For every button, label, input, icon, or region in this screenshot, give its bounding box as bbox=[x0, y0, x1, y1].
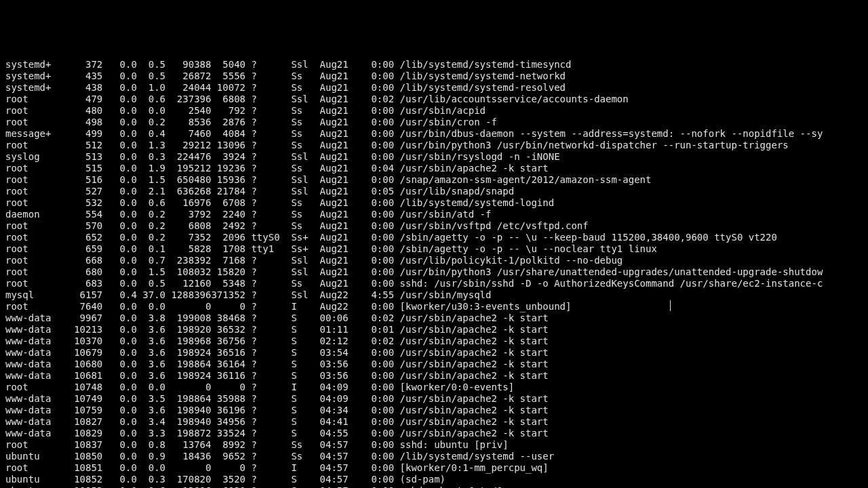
process-row: root 10851 0.0 0.0 0 0 ? I 04:57 0:00 [k… bbox=[5, 462, 868, 474]
process-row: root 479 0.0 0.6 237396 6808 ? Ssl Aug21… bbox=[5, 94, 868, 105]
process-row: www-data 10759 0.0 3.6 198940 36196 ? S … bbox=[5, 405, 868, 416]
process-row: root 570 0.0 0.2 6808 2492 ? Ss Aug21 0:… bbox=[5, 220, 868, 232]
terminal-output[interactable]: systemd+ 372 0.0 0.5 90388 5040 ? Ssl Au… bbox=[0, 58, 868, 488]
process-row: root 668 0.0 0.7 238392 7168 ? Ssl Aug21… bbox=[5, 255, 868, 266]
process-row: ubuntu 10852 0.0 0.3 170820 3520 ? S 04:… bbox=[5, 474, 868, 485]
process-row: www-data 10681 0.0 3.6 198924 36116 ? S … bbox=[5, 370, 868, 382]
process-row: systemd+ 435 0.0 0.5 26872 5556 ? Ss Aug… bbox=[5, 70, 868, 82]
process-row: www-data 10749 0.0 3.5 198864 35988 ? S … bbox=[5, 393, 868, 405]
process-row: root 516 0.0 1.5 650480 15936 ? Ssl Aug2… bbox=[5, 174, 868, 186]
process-row: ubuntu 10850 0.0 0.9 18436 9652 ? Ss 04:… bbox=[5, 451, 868, 462]
process-row: root 532 0.0 0.6 16976 6708 ? Ss Aug21 0… bbox=[5, 197, 868, 209]
process-row: root 515 0.0 1.9 195212 19236 ? Ss Aug21… bbox=[5, 163, 868, 174]
process-row: root 7640 0.0 0.0 0 0 ? I Aug22 0:00 [kw… bbox=[5, 301, 868, 312]
process-row: systemd+ 438 0.0 1.0 24044 10072 ? Ss Au… bbox=[5, 82, 868, 94]
process-row: daemon 554 0.0 0.2 3792 2240 ? Ss Aug21 … bbox=[5, 209, 868, 220]
process-row: mysql 6157 0.4 37.0 1288396371352 ? Ssl … bbox=[5, 289, 868, 301]
process-row: root 480 0.0 0.0 2540 792 ? Ss Aug21 0:0… bbox=[5, 105, 868, 117]
process-row: www-data 10370 0.0 3.6 198968 36756 ? S … bbox=[5, 336, 868, 347]
process-row: root 652 0.0 0.2 7352 2096 ttyS0 Ss+ Aug… bbox=[5, 232, 868, 243]
process-row: root 683 0.0 0.5 12160 5348 ? Ss Aug21 0… bbox=[5, 278, 868, 289]
process-row: root 512 0.0 1.3 29212 13096 ? Ss Aug21 … bbox=[5, 140, 868, 151]
process-row: www-data 10213 0.0 3.6 198920 36532 ? S … bbox=[5, 324, 868, 336]
process-row: message+ 499 0.0 0.4 7460 4084 ? Ss Aug2… bbox=[5, 128, 868, 140]
process-row: www-data 10679 0.0 3.6 198924 36516 ? S … bbox=[5, 347, 868, 359]
process-row: root 10837 0.0 0.8 13764 8992 ? Ss 04:57… bbox=[5, 439, 868, 451]
process-row: ubuntu 10953 0.0 0.6 13896 6020 ? S 04:5… bbox=[5, 485, 868, 488]
process-row: www-data 10680 0.0 3.6 198864 36164 ? S … bbox=[5, 359, 868, 370]
process-row: root 10748 0.0 0.0 0 0 ? I 04:09 0:00 [k… bbox=[5, 382, 868, 393]
process-row: www-data 10829 0.0 3.3 198872 33524 ? S … bbox=[5, 428, 868, 439]
process-row: syslog 513 0.0 0.3 224476 3924 ? Ssl Aug… bbox=[5, 151, 868, 163]
process-row: root 527 0.0 2.1 636268 21784 ? Ssl Aug2… bbox=[5, 186, 868, 197]
process-row: root 659 0.0 0.1 5828 1708 tty1 Ss+ Aug2… bbox=[5, 243, 868, 255]
process-row: root 498 0.0 0.2 8536 2876 ? Ss Aug21 0:… bbox=[5, 117, 868, 128]
process-row: www-data 9967 0.0 3.8 199008 38468 ? S 0… bbox=[5, 312, 868, 324]
process-row: www-data 10827 0.0 3.4 198940 34956 ? S … bbox=[5, 416, 868, 428]
process-row: root 680 0.0 1.5 108032 15820 ? Ssl Aug2… bbox=[5, 266, 868, 278]
text-cursor bbox=[670, 300, 671, 311]
process-row: systemd+ 372 0.0 0.5 90388 5040 ? Ssl Au… bbox=[5, 59, 868, 70]
